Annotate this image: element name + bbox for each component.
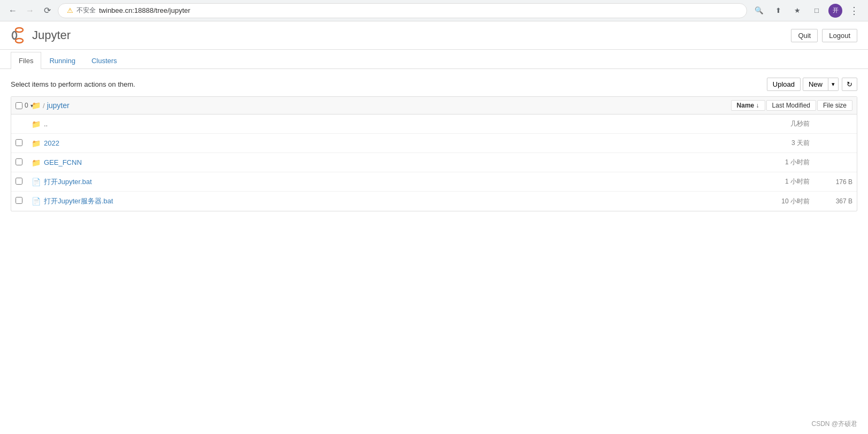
gee-check-col bbox=[16, 158, 32, 167]
file-table: 0 ▾ 📁 / jupyter Name ↓ Last Modified Fil… bbox=[11, 96, 857, 211]
toolbar-right: Upload New ▾ ↻ bbox=[767, 78, 857, 91]
user-avatar[interactable]: 开 bbox=[828, 4, 842, 18]
svg-point-2 bbox=[12, 32, 17, 39]
tab-files[interactable]: Files bbox=[11, 52, 41, 69]
refresh-button[interactable]: ↻ bbox=[842, 78, 857, 91]
new-button-group: New ▾ bbox=[803, 78, 839, 91]
warning-icon: ⚠ bbox=[67, 6, 73, 14]
server-bat-check-col bbox=[16, 197, 32, 205]
2022-folder-icon: 📁 bbox=[32, 139, 41, 148]
back-button[interactable]: ← bbox=[6, 4, 19, 17]
split-view-button[interactable]: □ bbox=[809, 3, 824, 18]
breadcrumb-name[interactable]: jupyter bbox=[47, 101, 70, 110]
2022-checkbox[interactable] bbox=[16, 139, 22, 146]
url-display: twinbee.cn:18888/tree/jupyter bbox=[99, 6, 191, 14]
file-row-parent: 📁 .. 几秒前 bbox=[11, 115, 857, 134]
header-checkbox-area: 0 ▾ bbox=[16, 102, 32, 109]
svg-point-0 bbox=[16, 28, 23, 32]
gee-modified: 1 小时前 bbox=[724, 158, 810, 167]
gee-folder-icon: 📁 bbox=[32, 158, 41, 167]
parent-folder-icon: 📁 bbox=[32, 120, 41, 128]
jupyter-bat-modified: 1 小时前 bbox=[724, 177, 810, 186]
server-bat-checkbox[interactable] bbox=[16, 197, 22, 204]
breadcrumb: 📁 / jupyter bbox=[32, 101, 730, 110]
parent-modified: 几秒前 bbox=[724, 119, 810, 128]
bookmark-button[interactable]: ★ bbox=[790, 3, 805, 18]
chrome-menu-button[interactable]: ⋮ bbox=[847, 3, 862, 18]
app-header: Jupyter Quit Logout bbox=[0, 21, 868, 50]
file-row-gee-fcnn: 📁 GEE_FCNN 1 小时前 bbox=[11, 153, 857, 172]
2022-modified: 3 天前 bbox=[724, 139, 810, 148]
svg-point-1 bbox=[16, 39, 23, 43]
gee-checkbox[interactable] bbox=[16, 158, 22, 165]
breadcrumb-separator: / bbox=[43, 102, 45, 110]
toolbar: Select items to perform actions on them.… bbox=[11, 78, 857, 91]
insecure-label: 不安全 bbox=[77, 6, 96, 15]
reload-button[interactable]: ⟳ bbox=[41, 4, 54, 17]
search-chrome-button[interactable]: 🔍 bbox=[751, 3, 766, 18]
select-message: Select items to perform actions on them. bbox=[11, 80, 135, 88]
header-actions: Quit Logout bbox=[791, 29, 857, 42]
2022-check-col bbox=[16, 139, 32, 148]
new-dropdown-button[interactable]: ▾ bbox=[828, 78, 839, 91]
tab-running[interactable]: Running bbox=[41, 52, 83, 69]
new-button[interactable]: New bbox=[803, 78, 828, 91]
server-bat-size: 367 B bbox=[810, 197, 852, 205]
share-button[interactable]: ⬆ bbox=[771, 3, 786, 18]
gee-link[interactable]: GEE_FCNN bbox=[44, 158, 724, 166]
address-bar[interactable]: ⚠ 不安全 twinbee.cn:18888/tree/jupyter bbox=[58, 3, 747, 18]
server-bat-modified: 10 小时前 bbox=[724, 197, 810, 206]
col-name-header[interactable]: Name ↓ bbox=[731, 100, 765, 111]
upload-button[interactable]: Upload bbox=[767, 78, 801, 91]
tab-clusters[interactable]: Clusters bbox=[83, 52, 125, 69]
quit-button[interactable]: Quit bbox=[791, 29, 818, 42]
logout-button[interactable]: Logout bbox=[822, 29, 857, 42]
tab-bar: Files Running Clusters bbox=[0, 52, 868, 69]
2022-link[interactable]: 2022 bbox=[44, 139, 724, 147]
file-table-header: 0 ▾ 📁 / jupyter Name ↓ Last Modified Fil… bbox=[11, 97, 857, 115]
app-title: Jupyter bbox=[32, 28, 71, 42]
jupyter-bat-checkbox[interactable] bbox=[16, 178, 22, 185]
file-row-jupyter-bat: 📄 打开Jupyter.bat 1 小时前 176 B bbox=[11, 172, 857, 192]
browser-chrome: ← → ⟳ ⚠ 不安全 twinbee.cn:18888/tree/jupyte… bbox=[0, 0, 868, 21]
server-bat-file-icon: 📄 bbox=[32, 197, 41, 205]
jupyter-bat-check-col bbox=[16, 178, 32, 186]
jupyter-bat-file-icon: 📄 bbox=[32, 178, 41, 186]
col-file-size-header[interactable]: File size bbox=[817, 100, 852, 111]
content-area: Select items to perform actions on them.… bbox=[0, 69, 868, 220]
file-row-jupyter-server-bat: 📄 打开Jupyter服务器.bat 10 小时前 367 B bbox=[11, 192, 857, 211]
select-all-checkbox[interactable] bbox=[16, 102, 22, 109]
server-bat-link[interactable]: 打开Jupyter服务器.bat bbox=[44, 196, 724, 206]
file-row-2022: 📁 2022 3 天前 bbox=[11, 134, 857, 153]
jupyter-bat-size: 176 B bbox=[810, 178, 852, 186]
column-headers: Name ↓ Last Modified File size bbox=[730, 100, 852, 111]
parent-dir-link[interactable]: .. bbox=[44, 120, 724, 128]
jupyter-bat-link[interactable]: 打开Jupyter.bat bbox=[44, 177, 724, 187]
jupyter-logo-icon bbox=[11, 27, 28, 44]
app-logo: Jupyter bbox=[11, 27, 71, 44]
breadcrumb-folder-icon: 📁 bbox=[32, 101, 41, 110]
selected-count: 0 bbox=[25, 102, 28, 109]
forward-button[interactable]: → bbox=[24, 4, 36, 17]
col-last-modified-header[interactable]: Last Modified bbox=[766, 100, 816, 111]
